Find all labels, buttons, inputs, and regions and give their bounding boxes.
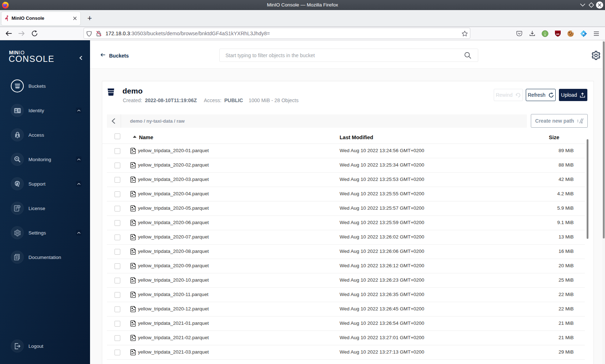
svg-text:uo: uo — [556, 33, 560, 35]
